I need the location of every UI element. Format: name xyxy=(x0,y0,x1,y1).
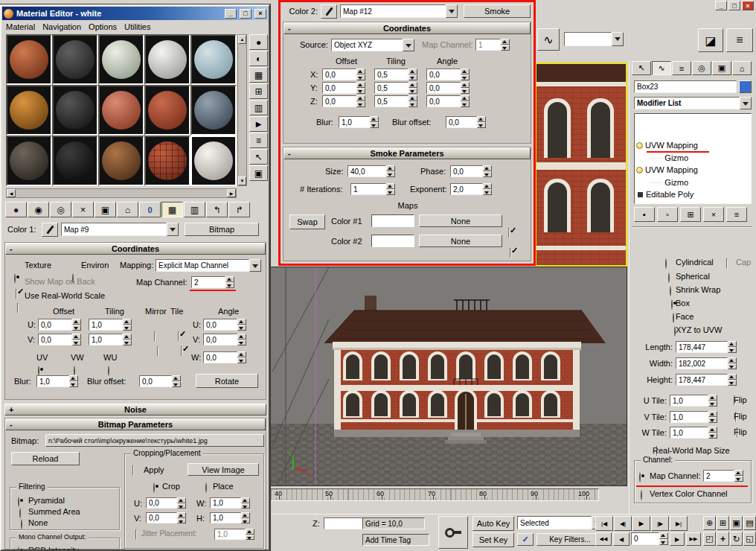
next-frame-button[interactable]: |▶ xyxy=(651,516,669,531)
x-offset-spinner[interactable] xyxy=(356,69,365,80)
material-slot[interactable] xyxy=(190,85,237,136)
v-tiling-spinner[interactable] xyxy=(123,334,132,345)
show-map-in-viewport-button[interactable]: ▦ xyxy=(161,202,183,217)
place-radio[interactable] xyxy=(205,482,207,493)
play-button[interactable]: ▶ xyxy=(632,516,650,531)
length-field[interactable]: 178,447 xyxy=(676,341,737,353)
rotate-button[interactable]: Rotate xyxy=(196,374,258,388)
map-channel-radio[interactable] xyxy=(639,472,641,482)
zoom-all-button[interactable]: ⊞ xyxy=(717,516,729,530)
length-spinner[interactable] xyxy=(728,341,737,353)
crop-h-spinner[interactable] xyxy=(241,512,250,523)
width-field[interactable]: 182,002 xyxy=(676,357,737,369)
exponent-field[interactable]: 2,0 xyxy=(450,183,492,195)
arc-rotate-button[interactable]: ↻ xyxy=(730,532,743,546)
key-mode-selected-dropdown[interactable]: Selected xyxy=(517,516,603,529)
mapping-dropdown[interactable]: Explicit Map Channel xyxy=(156,259,261,272)
tab-hierarchy[interactable]: ≡ xyxy=(672,61,691,75)
previous-frame-button[interactable]: ◀| xyxy=(614,516,632,531)
show-end-result-button[interactable]: ▫ xyxy=(657,207,678,222)
z-tiling-spinner[interactable] xyxy=(409,95,417,107)
modifier-stack[interactable]: UVW Mapping ·····Gizmo UVW Mapping ·····… xyxy=(634,113,752,204)
material-slot[interactable] xyxy=(52,136,98,186)
current-frame-field[interactable]: 0 xyxy=(631,532,668,545)
color1-map-enable-checkbox[interactable] xyxy=(508,228,510,238)
scroll-right-icon[interactable]: ▶ xyxy=(227,189,236,197)
x-angle-spinner[interactable] xyxy=(461,69,470,80)
width-spinner[interactable] xyxy=(728,357,737,369)
iterations-field[interactable]: 1 xyxy=(350,183,395,195)
key-back-button[interactable]: ◀◀ xyxy=(595,532,612,546)
v-tile-spinner[interactable] xyxy=(708,411,717,423)
layers-button[interactable]: ≡ xyxy=(726,28,753,52)
go-forward-to-sibling-button[interactable]: ↱ xyxy=(228,202,250,217)
maximize-button[interactable]: □ xyxy=(728,1,740,10)
material-editor-close-button[interactable]: × xyxy=(254,9,266,19)
dropdown-arrow-icon[interactable] xyxy=(740,97,752,109)
map-channel-spinner[interactable] xyxy=(734,470,743,482)
source-dropdown[interactable]: Object XYZ xyxy=(331,39,414,51)
cap-checkbox[interactable] xyxy=(726,258,728,269)
make-unique-button[interactable]: ⊞ xyxy=(680,207,701,222)
material-slot[interactable] xyxy=(144,34,190,85)
sample-uv-tiling-button[interactable]: ⊞ xyxy=(249,83,268,99)
select-by-material-button[interactable]: ↖ xyxy=(249,149,268,165)
material-editor-maximize-button[interactable]: □ xyxy=(240,9,252,19)
maximize-viewport-button[interactable]: ◱ xyxy=(743,532,756,546)
height-spinner[interactable] xyxy=(728,374,737,386)
w-angle-field[interactable]: 0,0 xyxy=(203,351,246,363)
collapse-icon[interactable]: - xyxy=(288,24,291,33)
eraser-button[interactable]: ◪ xyxy=(698,28,723,52)
y-angle-field[interactable]: 0,0 xyxy=(426,82,470,94)
u-offset-field[interactable]: 0,0 xyxy=(38,319,81,331)
material-slot[interactable] xyxy=(98,85,144,136)
set-key-filters-check-icon[interactable]: ✓ xyxy=(517,533,534,546)
video-color-check-button[interactable]: ▥ xyxy=(249,100,268,115)
vw-radio[interactable] xyxy=(74,366,75,376)
add-time-tag[interactable]: Add Time Tag xyxy=(362,534,429,546)
z-offset-spinner[interactable] xyxy=(356,95,365,107)
blur-offset-field[interactable]: 0,0 xyxy=(139,375,181,387)
noise-rollout-header[interactable]: +Noise xyxy=(4,404,266,415)
dropdown-arrow-icon[interactable] xyxy=(612,32,624,46)
dropdown-arrow-icon[interactable] xyxy=(167,223,179,236)
material-id-channel-button[interactable]: 0 xyxy=(139,202,161,217)
apply-checkbox[interactable] xyxy=(132,465,134,476)
active-viewport[interactable] xyxy=(535,63,627,267)
blur-offset-field[interactable]: 0,0 xyxy=(446,116,486,128)
bulb-icon[interactable] xyxy=(636,142,643,149)
color1-map-dropdown[interactable]: Map #9 xyxy=(61,223,179,236)
x-offset-field[interactable]: 0,0 xyxy=(322,69,365,80)
rollout-header[interactable]: -Bitmap Parameters xyxy=(5,418,266,430)
tab-utilities[interactable]: ⌂ xyxy=(732,61,752,75)
z-angle-field[interactable]: 0,0 xyxy=(426,95,470,107)
material-slot[interactable] xyxy=(6,34,52,85)
u-tiling-spinner[interactable] xyxy=(123,319,132,331)
color2-swatch[interactable] xyxy=(371,235,414,247)
v-offset-field[interactable]: 0,0 xyxy=(38,334,81,345)
crop-v-field[interactable]: 0,0 xyxy=(146,512,186,523)
material-editor-minimize-button[interactable]: _ xyxy=(225,9,237,19)
color1-swatch[interactable] xyxy=(371,214,414,227)
scroll-down-icon[interactable]: ▼ xyxy=(238,176,246,185)
phase-spinner[interactable] xyxy=(483,165,492,177)
menu-utilities[interactable]: Utilities xyxy=(121,21,154,33)
u-mirror-checkbox[interactable] xyxy=(154,331,156,342)
color2-map-enable-checkbox[interactable] xyxy=(510,248,511,258)
crop-u-spinner[interactable] xyxy=(177,497,186,509)
u-tiling-field[interactable]: 1,0 xyxy=(89,319,132,331)
menu-options[interactable]: Options xyxy=(85,21,121,33)
v-mirror-checkbox[interactable] xyxy=(157,346,158,357)
pick-color-button[interactable] xyxy=(321,4,337,19)
make-preview-button[interactable]: ▶ xyxy=(249,116,268,132)
auto-key-button[interactable]: Auto Key xyxy=(472,516,514,531)
expand-icon[interactable]: + xyxy=(9,405,13,414)
modifier-stack-item[interactable]: Editable Poly xyxy=(638,190,693,199)
y-tiling-spinner[interactable] xyxy=(409,82,417,94)
crop-w-field[interactable]: 1,0 xyxy=(210,497,250,509)
blur-spinner[interactable] xyxy=(370,116,379,128)
object-name-field[interactable]: Box23 xyxy=(634,80,737,93)
modifier-stack-item[interactable]: UVW Mapping xyxy=(636,165,698,174)
set-key-button[interactable]: Set Key xyxy=(472,532,514,547)
blur-spinner[interactable] xyxy=(69,375,78,387)
